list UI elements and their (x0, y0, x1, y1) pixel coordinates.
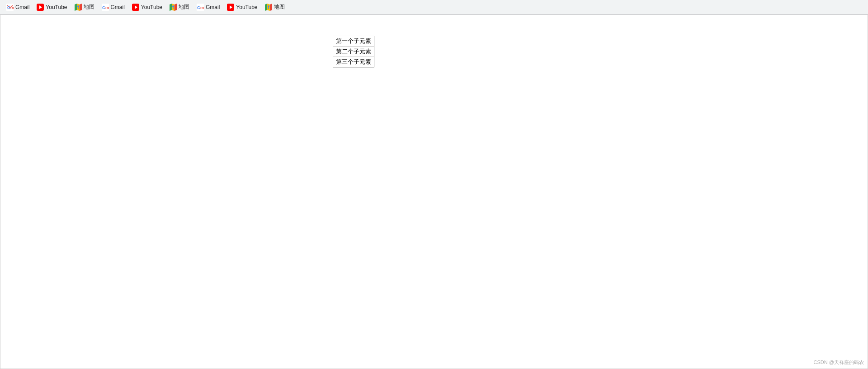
bookmark-gmail-2[interactable]: Gmail Gmail (99, 2, 127, 12)
bookmarks-bar: Gmail Gmail YouTube 地图 (0, 0, 868, 14)
gmail-icon-3: Gmail (197, 4, 204, 11)
svg-point-26 (268, 5, 269, 7)
svg-text:Gmail: Gmail (7, 5, 14, 10)
bookmark-youtube-1-label: YouTube (46, 4, 67, 10)
bookmark-maps-1[interactable]: 地图 (72, 2, 97, 12)
gmail-icon-1: Gmail (6, 4, 14, 11)
svg-marker-25 (270, 4, 272, 11)
bookmark-youtube-3-label: YouTube (236, 4, 257, 10)
child-element-2: 第二个子元素 (333, 47, 374, 57)
gmail-icon-2: Gmail (102, 4, 109, 11)
youtube-icon-3 (227, 4, 234, 11)
svg-point-17 (172, 5, 174, 7)
bookmark-youtube-3[interactable]: YouTube (224, 2, 260, 12)
child-element-3: 第三个子元素 (333, 57, 374, 67)
svg-text:Gmail: Gmail (102, 5, 109, 10)
child-elements-box: 第一个子元素 第二个子元素 第三个子元素 (333, 36, 374, 67)
bookmark-maps-3[interactable]: 地图 (262, 2, 288, 12)
svg-marker-5 (75, 4, 77, 11)
bookmark-gmail-1-label: Gmail (15, 4, 29, 10)
svg-marker-16 (175, 4, 177, 11)
svg-marker-23 (265, 4, 267, 11)
bookmark-maps-2-label: 地图 (179, 3, 189, 11)
bookmark-maps-2[interactable]: 地图 (167, 2, 192, 12)
svg-point-8 (77, 5, 79, 7)
svg-marker-14 (170, 4, 172, 11)
maps-icon-3 (265, 4, 272, 11)
bookmark-gmail-1[interactable]: Gmail Gmail (4, 2, 32, 12)
bookmark-youtube-1[interactable]: YouTube (34, 2, 70, 12)
svg-text:Gmail: Gmail (197, 5, 204, 10)
bookmark-gmail-2-label: Gmail (111, 4, 125, 10)
bookmark-maps-3-label: 地图 (274, 3, 285, 11)
bookmark-youtube-2[interactable]: YouTube (129, 2, 165, 12)
bookmark-gmail-3-label: Gmail (206, 4, 220, 10)
watermark: CSDN @天祥座的码农 (814, 359, 864, 366)
youtube-icon-1 (37, 4, 44, 11)
maps-icon-2 (170, 4, 177, 11)
bookmark-gmail-3[interactable]: Gmail Gmail (194, 2, 222, 12)
main-content: 第一个子元素 第二个子元素 第三个子元素 CSDN @天祥座的码农 (0, 14, 868, 369)
child-element-1: 第一个子元素 (333, 36, 374, 47)
bookmark-maps-1-label: 地图 (84, 3, 94, 11)
youtube-icon-2 (132, 4, 139, 11)
bookmark-youtube-2-label: YouTube (141, 4, 162, 10)
svg-marker-7 (80, 4, 82, 11)
maps-icon-1 (75, 4, 82, 11)
